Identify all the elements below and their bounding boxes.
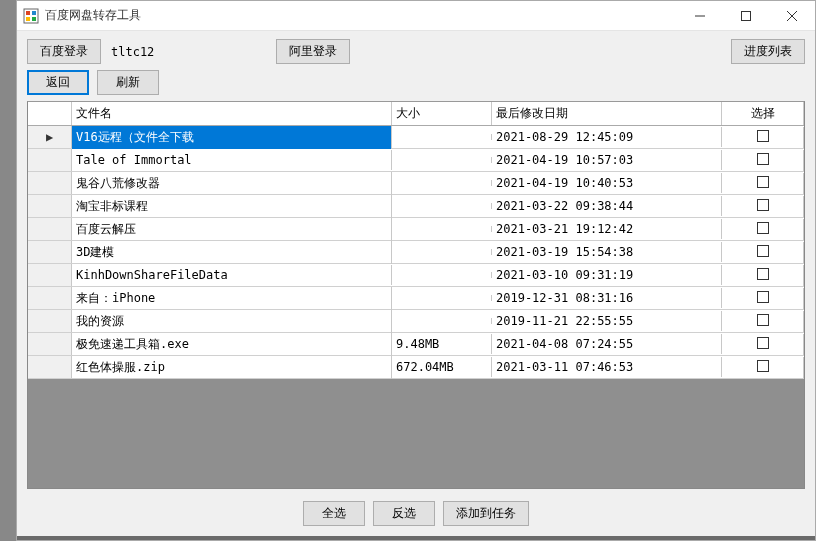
table-row[interactable]: 我的资源2019-11-21 22:55:55 xyxy=(28,310,804,333)
window-controls xyxy=(677,1,815,31)
table-row[interactable]: 百度云解压2021-03-21 19:12:42 xyxy=(28,218,804,241)
top-toolbar: 百度登录 tltc12 阿里登录 进度列表 xyxy=(17,31,815,70)
table-row[interactable]: 3D建模2021-03-19 15:54:38 xyxy=(28,241,804,264)
row-indicator xyxy=(28,310,72,332)
cell-date: 2021-03-21 19:12:42 xyxy=(492,219,722,239)
cell-name: V16远程（文件全下载 xyxy=(72,126,392,149)
svg-rect-1 xyxy=(26,11,30,15)
table-row[interactable]: 来自：iPhone2019-12-31 08:31:16 xyxy=(28,287,804,310)
row-indicator xyxy=(28,241,72,263)
cell-name: 我的资源 xyxy=(72,310,392,333)
cell-name: KinhDownShareFileData xyxy=(72,265,392,285)
table-row[interactable]: Tale of Immortal2021-04-19 10:57:03 xyxy=(28,149,804,172)
grid-header: 文件名 大小 最后修改日期 选择 xyxy=(28,102,804,126)
header-size[interactable]: 大小 xyxy=(392,102,492,125)
cell-select xyxy=(722,150,804,171)
cell-size xyxy=(392,272,492,278)
select-all-button[interactable]: 全选 xyxy=(303,501,365,526)
svg-rect-3 xyxy=(26,17,30,21)
row-checkbox[interactable] xyxy=(757,176,769,188)
row-checkbox[interactable] xyxy=(757,199,769,211)
cell-select xyxy=(722,173,804,194)
cell-date: 2021-04-08 07:24:55 xyxy=(492,334,722,354)
header-name[interactable]: 文件名 xyxy=(72,102,392,125)
cell-size xyxy=(392,318,492,324)
progress-list-button[interactable]: 进度列表 xyxy=(731,39,805,64)
cell-size xyxy=(392,180,492,186)
cell-select xyxy=(722,196,804,217)
table-row[interactable]: 极免速递工具箱.exe9.48MB2021-04-08 07:24:55 xyxy=(28,333,804,356)
cell-date: 2021-03-10 09:31:19 xyxy=(492,265,722,285)
file-grid: 文件名 大小 最后修改日期 选择 ▶V16远程（文件全下载2021-08-29 … xyxy=(27,101,805,489)
cell-name: 3D建模 xyxy=(72,241,392,264)
cell-date: 2021-04-19 10:57:03 xyxy=(492,150,722,170)
row-checkbox[interactable] xyxy=(757,360,769,372)
cell-date: 2019-11-21 22:55:55 xyxy=(492,311,722,331)
cell-date: 2021-03-19 15:54:38 xyxy=(492,242,722,262)
baidu-login-button[interactable]: 百度登录 xyxy=(27,39,101,64)
cell-date: 2021-03-11 07:46:53 xyxy=(492,357,722,377)
cell-select xyxy=(722,357,804,378)
row-indicator xyxy=(28,218,72,240)
minimize-button[interactable] xyxy=(677,1,723,31)
cell-size xyxy=(392,226,492,232)
invert-selection-button[interactable]: 反选 xyxy=(373,501,435,526)
row-checkbox[interactable] xyxy=(757,314,769,326)
cell-size xyxy=(392,157,492,163)
row-checkbox[interactable] xyxy=(757,291,769,303)
ali-login-button[interactable]: 阿里登录 xyxy=(276,39,350,64)
row-checkbox[interactable] xyxy=(757,130,769,142)
cell-size xyxy=(392,249,492,255)
table-row[interactable]: KinhDownShareFileData2021-03-10 09:31:19 xyxy=(28,264,804,287)
header-date[interactable]: 最后修改日期 xyxy=(492,102,722,125)
status-strip xyxy=(17,536,815,540)
row-indicator: ▶ xyxy=(28,126,72,148)
table-row[interactable]: 淘宝非标课程2021-03-22 09:38:44 xyxy=(28,195,804,218)
row-indicator xyxy=(28,172,72,194)
header-handle[interactable] xyxy=(28,102,72,125)
cell-size xyxy=(392,134,492,140)
cell-date: 2021-04-19 10:40:53 xyxy=(492,173,722,193)
cell-name: 极免速递工具箱.exe xyxy=(72,333,392,356)
cell-select xyxy=(722,219,804,240)
cell-name: 淘宝非标课程 xyxy=(72,195,392,218)
cell-date: 2021-03-22 09:38:44 xyxy=(492,196,722,216)
cell-name: 百度云解压 xyxy=(72,218,392,241)
cell-size xyxy=(392,295,492,301)
row-checkbox[interactable] xyxy=(757,268,769,280)
grid-body: ▶V16远程（文件全下载2021-08-29 12:45:09Tale of I… xyxy=(28,126,804,379)
window-title: 百度网盘转存工具 xyxy=(45,7,141,24)
add-to-task-button[interactable]: 添加到任务 xyxy=(443,501,529,526)
cell-size: 672.04MB xyxy=(392,357,492,377)
cell-name: 鬼谷八荒修改器 xyxy=(72,172,392,195)
maximize-button[interactable] xyxy=(723,1,769,31)
cell-select xyxy=(722,288,804,309)
svg-rect-2 xyxy=(32,11,36,15)
svg-rect-6 xyxy=(742,11,751,20)
table-row[interactable]: 鬼谷八荒修改器2021-04-19 10:40:53 xyxy=(28,172,804,195)
row-indicator xyxy=(28,287,72,309)
row-indicator xyxy=(28,356,72,378)
close-button[interactable] xyxy=(769,1,815,31)
row-checkbox[interactable] xyxy=(757,245,769,257)
row-checkbox[interactable] xyxy=(757,153,769,165)
cell-select xyxy=(722,242,804,263)
refresh-button[interactable]: 刷新 xyxy=(97,70,159,95)
titlebar: 百度网盘转存工具 xyxy=(17,1,815,31)
cell-size: 9.48MB xyxy=(392,334,492,354)
table-row[interactable]: 红色体操服.zip672.04MB2021-03-11 07:46:53 xyxy=(28,356,804,379)
row-indicator xyxy=(28,333,72,355)
row-indicator xyxy=(28,264,72,286)
sub-toolbar: 返回 刷新 xyxy=(17,70,815,101)
cell-select xyxy=(722,334,804,355)
row-indicator xyxy=(28,195,72,217)
back-button[interactable]: 返回 xyxy=(27,70,89,95)
row-checkbox[interactable] xyxy=(757,222,769,234)
table-row[interactable]: ▶V16远程（文件全下载2021-08-29 12:45:09 xyxy=(28,126,804,149)
cell-select xyxy=(722,127,804,148)
cell-date: 2021-08-29 12:45:09 xyxy=(492,127,722,147)
row-checkbox[interactable] xyxy=(757,337,769,349)
row-indicator xyxy=(28,149,72,171)
header-select[interactable]: 选择 xyxy=(722,102,804,125)
cell-size xyxy=(392,203,492,209)
